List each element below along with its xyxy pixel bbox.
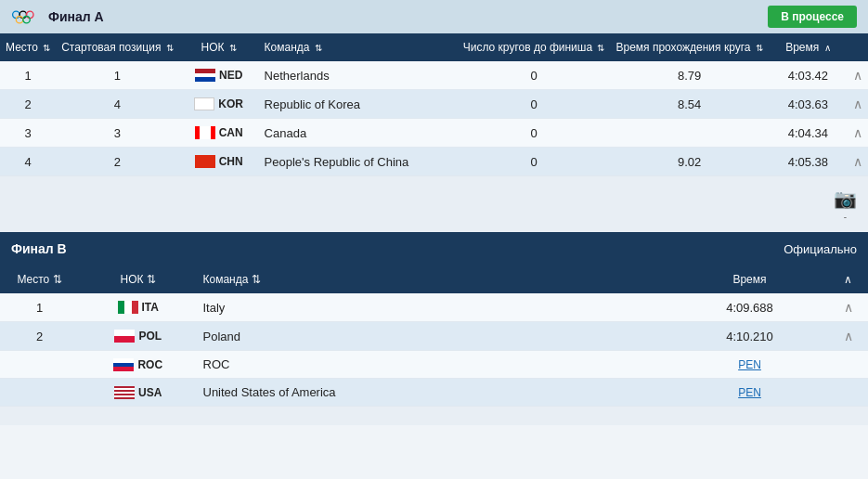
- page-wrapper: Финал А В процессе Место ⇅ Стартовая поз…: [0, 0, 868, 425]
- col-time-a[interactable]: Время ∧: [769, 33, 848, 61]
- cell-place: 4: [0, 148, 56, 176]
- cell-expand[interactable]: ∧: [829, 293, 869, 322]
- olympic-logo-icon: [11, 7, 41, 26]
- sort-icon-place[interactable]: ⇅: [43, 43, 50, 53]
- sort-icon-time-a[interactable]: ∧: [824, 43, 831, 53]
- table-row: 4 2 CHN People's Republic of China 0 9.0…: [0, 148, 868, 176]
- col-expand-a: [848, 33, 868, 61]
- cell-nok: KOR: [179, 90, 259, 119]
- col-team-a[interactable]: Команда ⇅: [259, 33, 458, 61]
- col-startpos-a[interactable]: Стартовая позиция ⇅: [56, 33, 179, 61]
- camera-label: -: [844, 212, 847, 222]
- chevron-up-icon[interactable]: ∧: [853, 68, 862, 83]
- cell-time-pen[interactable]: PEN: [671, 351, 829, 379]
- svg-point-0: [13, 11, 19, 18]
- pen-link[interactable]: PEN: [738, 358, 761, 371]
- cell-time: 4:09.688: [671, 293, 829, 322]
- flag-icon: [195, 126, 215, 139]
- sort-icon-team-a[interactable]: ⇅: [315, 43, 322, 53]
- cell-team: Republic of Korea: [259, 90, 458, 119]
- cell-startpos: 4: [56, 90, 179, 119]
- cell-team: ROC: [198, 351, 671, 379]
- table-row: USA United States of America PEN: [0, 379, 868, 407]
- cell-expand[interactable]: ∧: [829, 322, 869, 351]
- cell-startpos: 3: [56, 119, 179, 148]
- cell-laps: 0: [458, 90, 611, 119]
- cell-team: Poland: [198, 322, 671, 351]
- cell-place: 1: [0, 61, 56, 90]
- chevron-up-icon[interactable]: ∧: [853, 97, 862, 111]
- chevron-up-icon[interactable]: ∧: [853, 154, 862, 169]
- flag-nok-cell: USA: [84, 386, 192, 399]
- col-nok-a[interactable]: НОК ⇅: [179, 33, 259, 61]
- camera-area: 📷 -: [834, 184, 857, 222]
- chevron-up-icon[interactable]: ∧: [844, 329, 853, 343]
- final-b-table: Место ⇅ НОК ⇅ Команда ⇅ Время ∧ 1: [0, 265, 868, 407]
- flag-icon: [195, 69, 215, 82]
- svg-point-1: [19, 11, 26, 18]
- flag-nok-cell: ROC: [84, 358, 192, 371]
- nok-code: USA: [138, 386, 162, 399]
- final-a-table: Место ⇅ Стартовая позиция ⇅ НОК ⇅ Команд…: [0, 33, 868, 176]
- cell-laptime: 9.02: [610, 148, 768, 176]
- col-place-b[interactable]: Место ⇅: [0, 265, 79, 293]
- sort-icon-nok-a[interactable]: ⇅: [229, 43, 237, 53]
- sort-icon-nok-b[interactable]: ⇅: [147, 273, 156, 286]
- sort-icon-laptime-a[interactable]: ⇅: [756, 43, 763, 53]
- cell-expand[interactable]: ∧: [848, 90, 868, 119]
- cell-expand[interactable]: ∧: [848, 61, 868, 90]
- cell-laptime: [610, 119, 768, 148]
- sort-icon-startpos[interactable]: ⇅: [166, 43, 174, 53]
- table-row: 2 4 KOR Republic of Korea 0 8.54 4:03.63…: [0, 90, 868, 119]
- cell-time-pen[interactable]: PEN: [671, 379, 829, 407]
- col-laps-a[interactable]: Число кругов до финиша ⇅: [458, 33, 611, 61]
- cell-team: Netherlands: [259, 61, 458, 90]
- final-a-title-area: Финал А: [11, 7, 104, 26]
- cell-expand[interactable]: ∧: [848, 148, 868, 176]
- cell-nok: CHN: [179, 148, 259, 176]
- col-time-b[interactable]: Время: [671, 265, 829, 293]
- svg-point-2: [27, 11, 33, 18]
- flag-icon: [114, 386, 135, 399]
- final-a-header: Финал А В процессе: [0, 0, 868, 33]
- sort-icon-laps-a[interactable]: ⇅: [597, 43, 604, 53]
- separator-area: 📷 -: [0, 176, 868, 232]
- final-b-header: Финал В Официально: [0, 232, 868, 265]
- col-nok-b[interactable]: НОК ⇅: [79, 265, 198, 293]
- col-place-a[interactable]: Место ⇅: [0, 33, 56, 61]
- flag-nok-cell: POL: [84, 330, 192, 343]
- final-a-status-badge: В процессе: [768, 6, 857, 28]
- cell-team: United States of America: [198, 379, 671, 407]
- flag-nok-cell: CHN: [185, 155, 253, 168]
- camera-icon[interactable]: 📷: [834, 188, 857, 210]
- cell-time: 4:03.63: [769, 90, 848, 119]
- final-b-title: Финал В: [11, 241, 67, 256]
- flag-nok-cell: NED: [185, 69, 253, 82]
- cell-place: 3: [0, 119, 56, 148]
- cell-time: 4:10.210: [671, 322, 829, 351]
- chevron-up-icon[interactable]: ∧: [844, 300, 853, 315]
- table-row: 3 3 CAN Canada 0 4:04.34 ∧: [0, 119, 868, 148]
- nok-code: POL: [138, 330, 162, 343]
- flag-nok-cell: ITA: [84, 301, 192, 314]
- cell-team: Italy: [198, 293, 671, 322]
- col-team-b[interactable]: Команда ⇅: [198, 265, 671, 293]
- chevron-up-icon[interactable]: ∧: [853, 125, 862, 140]
- table-row: 2 POL Poland 4:10.210 ∧: [0, 322, 868, 351]
- cell-time: 4:05.38: [769, 148, 848, 176]
- cell-startpos: 1: [56, 61, 179, 90]
- col-laptime-a[interactable]: Время прохождения круга ⇅: [610, 33, 768, 61]
- cell-laps: 0: [458, 61, 611, 90]
- nok-code: CAN: [219, 126, 243, 139]
- cell-expand[interactable]: ∧: [848, 119, 868, 148]
- nok-code: KOR: [218, 97, 243, 110]
- sort-icon-team-b[interactable]: ⇅: [252, 273, 261, 286]
- sort-icon-place-b[interactable]: ⇅: [53, 273, 62, 286]
- cell-nok: POL: [79, 322, 198, 351]
- pen-link[interactable]: PEN: [738, 386, 761, 399]
- cell-time: 4:03.42: [769, 61, 848, 90]
- cell-place: 2: [0, 322, 79, 351]
- table-row: ROC ROC PEN: [0, 351, 868, 379]
- cell-place: [0, 351, 79, 379]
- flag-nok-cell: CAN: [185, 126, 253, 139]
